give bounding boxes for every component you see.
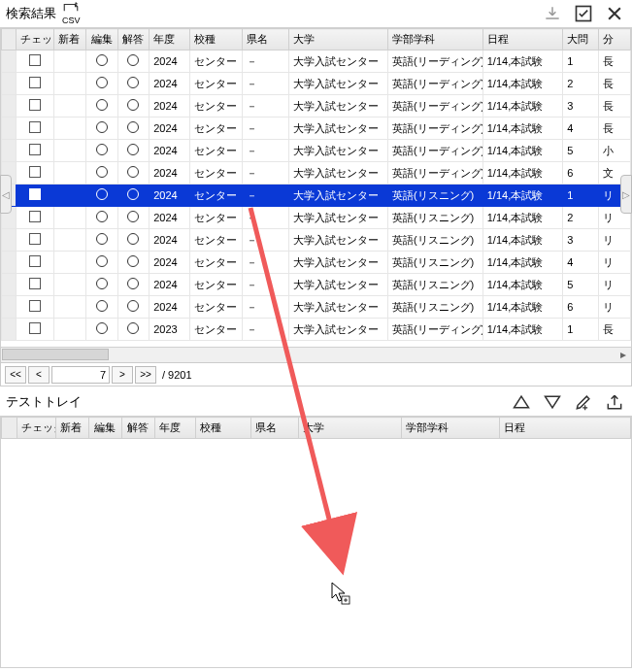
side-tab-right[interactable]: ▷ [620, 175, 632, 214]
table-row[interactable]: 2024センター－大学入試センター英語(リーディング)1/14,本試験6文 [2, 162, 631, 185]
cell-edit[interactable] [85, 162, 117, 185]
table-row[interactable]: 2024センター－大学入試センター英語(リスニング)1/14,本試験6リ [2, 296, 631, 319]
tray-col-univ[interactable]: 大学 [299, 418, 402, 439]
cell-year: 2024 [150, 140, 189, 162]
scrollbar-thumb[interactable] [2, 349, 109, 360]
cell-q: 6 [563, 296, 599, 319]
edit-pencil-icon[interactable] [572, 390, 595, 414]
row-checkbox[interactable] [17, 252, 54, 274]
row-checkbox[interactable] [17, 162, 54, 185]
tray-col-pref[interactable]: 県名 [250, 418, 299, 439]
cell-edit[interactable] [85, 207, 117, 229]
cell-edit[interactable] [85, 296, 117, 319]
cell-edit[interactable] [85, 252, 117, 274]
cell-ans[interactable] [117, 185, 150, 207]
col-field[interactable]: 分 [599, 29, 631, 50]
cell-ans[interactable] [117, 229, 150, 252]
cell-ans[interactable] [117, 319, 150, 341]
row-checkbox[interactable] [17, 118, 54, 140]
row-checkbox[interactable] [17, 95, 54, 118]
triangle-up-icon[interactable] [510, 390, 533, 414]
table-row[interactable]: 2024センター－大学入試センター英語(リスニング)1/14,本試験2リ [2, 207, 631, 229]
cell-edit[interactable] [85, 118, 117, 140]
row-checkbox[interactable] [17, 140, 54, 162]
cell-edit[interactable] [85, 50, 117, 73]
tray-col-new[interactable]: 新着 [56, 418, 89, 439]
cell-ans[interactable] [117, 118, 150, 140]
cell-ans[interactable] [117, 140, 150, 162]
cell-ans[interactable] [117, 252, 150, 274]
table-row[interactable]: 2024センター－大学入試センター英語(リスニング)1/14,本試験4リ [2, 252, 631, 274]
tray-col-sched[interactable]: 日程 [500, 418, 631, 439]
col-pref[interactable]: 県名 [242, 29, 288, 50]
cell-ans[interactable] [117, 274, 150, 296]
cell-ans[interactable] [117, 162, 150, 185]
table-row[interactable]: 2024センター－大学入試センター英語(リスニング)1/14,本試験3リ [2, 229, 631, 252]
pager-page-input[interactable] [51, 366, 110, 384]
col-school[interactable]: 校種 [189, 29, 242, 50]
col-new[interactable]: 新着 [54, 29, 86, 50]
cell-ans[interactable] [117, 296, 150, 319]
h-scrollbar[interactable]: ▸ [0, 348, 632, 363]
col-dept[interactable]: 学部学科 [387, 29, 482, 50]
tray-col-check[interactable]: チェック [17, 418, 56, 439]
col-edit[interactable]: 編集 [85, 29, 117, 50]
col-year[interactable]: 年度 [150, 29, 189, 50]
col-univ[interactable]: 大学 [288, 29, 387, 50]
download-icon[interactable] [541, 2, 564, 25]
select-all-icon[interactable] [572, 2, 595, 25]
table-row[interactable]: 2024センター－大学入試センター英語(リーディング)1/14,本試験4長 [2, 118, 631, 140]
row-checkbox[interactable] [17, 207, 54, 229]
upload-tray-icon[interactable] [603, 390, 626, 414]
row-checkbox[interactable] [17, 185, 54, 207]
cell-edit[interactable] [85, 140, 117, 162]
table-row[interactable]: 2023センター－大学入試センター英語(リーディング)1/14,本試験1長 [2, 319, 631, 341]
cell-ans[interactable] [117, 95, 150, 118]
triangle-down-icon[interactable] [541, 390, 564, 414]
row-checkbox[interactable] [17, 73, 54, 95]
table-row[interactable]: 2024センター－大学入試センター英語(リーディング)1/14,本試験3長 [2, 95, 631, 118]
table-row[interactable]: 2024センター－大学入試センター英語(リーディング)1/14,本試験2長 [2, 73, 631, 95]
scroll-right-arrow[interactable]: ▸ [616, 348, 630, 361]
cell-q: 5 [563, 274, 599, 296]
row-checkbox[interactable] [17, 50, 54, 73]
tray-col-edit[interactable]: 編集 [89, 418, 122, 439]
cell-edit[interactable] [85, 185, 117, 207]
table-row[interactable]: 2024センター－大学入試センター英語(リーディング)1/14,本試験1長 [2, 50, 631, 73]
table-row[interactable]: 2024センター－大学入試センター英語(リスニング)1/14,本試験1リ [2, 185, 631, 207]
cell-q: 2 [563, 207, 599, 229]
tray-col-year[interactable]: 年度 [154, 418, 196, 439]
cell-edit[interactable] [85, 95, 117, 118]
close-icon[interactable] [603, 2, 626, 25]
tray-col-school[interactable]: 校種 [196, 418, 250, 439]
cell-edit[interactable] [85, 274, 117, 296]
search-results-title: 検索結果 [6, 5, 56, 22]
col-ans[interactable]: 解答 [117, 29, 150, 50]
row-checkbox[interactable] [17, 319, 54, 341]
cell-sched: 1/14,本試験 [482, 140, 563, 162]
col-check[interactable]: チェック [17, 29, 54, 50]
row-checkbox[interactable] [17, 296, 54, 319]
pager-last[interactable]: >> [135, 366, 156, 384]
cell-edit[interactable] [85, 229, 117, 252]
drag-cursor-icon [330, 581, 351, 606]
tray-col-dept[interactable]: 学部学科 [401, 418, 499, 439]
col-q[interactable]: 大問 [563, 29, 599, 50]
cell-sched: 1/14,本試験 [482, 229, 563, 252]
cell-edit[interactable] [85, 73, 117, 95]
side-tab-left[interactable]: ◁ [0, 175, 12, 214]
col-sched[interactable]: 日程 [482, 29, 563, 50]
cell-ans[interactable] [117, 50, 150, 73]
row-checkbox[interactable] [17, 229, 54, 252]
row-checkbox[interactable] [17, 274, 54, 296]
cell-ans[interactable] [117, 207, 150, 229]
pager-next[interactable]: > [112, 366, 133, 384]
csv-export-button[interactable]: CSV [62, 2, 81, 25]
pager-prev[interactable]: < [28, 366, 50, 384]
cell-ans[interactable] [117, 73, 150, 95]
pager-first[interactable]: << [5, 366, 26, 384]
cell-edit[interactable] [85, 319, 117, 341]
table-row[interactable]: 2024センター－大学入試センター英語(リスニング)1/14,本試験5リ [2, 274, 631, 296]
table-row[interactable]: 2024センター－大学入試センター英語(リーディング)1/14,本試験5小 [2, 140, 631, 162]
tray-col-ans[interactable]: 解答 [121, 418, 154, 439]
